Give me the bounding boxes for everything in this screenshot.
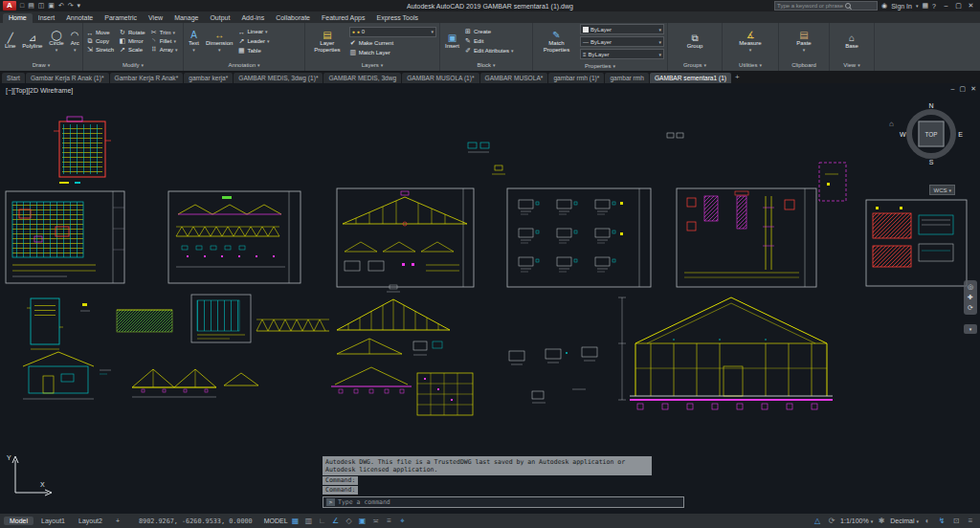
search-input[interactable]: Type a keyword or phrase bbox=[774, 1, 878, 11]
file-tab[interactable]: Gambar Kerja R Anak (1)* bbox=[26, 73, 109, 83]
undo-icon[interactable]: ↶ bbox=[57, 2, 65, 9]
sheet-frame-3-trusses[interactable] bbox=[337, 188, 474, 287]
clean-screen-icon[interactable]: ⊡ bbox=[950, 517, 962, 525]
units-button[interactable]: Decimal ▾ bbox=[890, 517, 919, 524]
create-block-button[interactable]: ⊞Create bbox=[464, 28, 514, 35]
tab-view[interactable]: View bbox=[143, 13, 168, 23]
new-file-icon[interactable]: □ bbox=[19, 2, 25, 9]
model-space-viewport[interactable]: [−][Top][2D Wireframe] – ▢ ✕ bbox=[0, 83, 980, 514]
arc-button[interactable]: ◠ Arc ▾ bbox=[69, 30, 81, 54]
object-color-combo[interactable]: ByLayer ▾ bbox=[580, 24, 664, 34]
file-tab[interactable]: GAMBAR MUSOLA (1)* bbox=[402, 73, 479, 83]
trim-button[interactable]: ✂Trim▾ bbox=[150, 29, 178, 36]
panel-label-utilities[interactable]: Utilities ▾ bbox=[723, 59, 778, 71]
stretch-button[interactable]: ⇲Stretch bbox=[86, 46, 114, 54]
building-cross-section[interactable] bbox=[618, 297, 833, 409]
polar-toggle-icon[interactable]: ∠ bbox=[330, 517, 342, 525]
panel-label-groups[interactable]: Groups ▾ bbox=[668, 59, 722, 71]
leader-button[interactable]: ↗Leader▾ bbox=[237, 37, 269, 45]
layer-properties-button[interactable]: ▤ Layer Properties bbox=[308, 30, 346, 54]
tab-featured-apps[interactable]: Featured Apps bbox=[316, 13, 371, 23]
sign-in-caret-icon[interactable]: ▾ bbox=[916, 3, 919, 9]
viewcube-south[interactable]: S bbox=[929, 159, 934, 165]
application-menu-button[interactable]: A bbox=[3, 1, 16, 11]
magenta-dashed-detail[interactable] bbox=[819, 163, 846, 201]
panel-label-layers[interactable]: Layers ▾ bbox=[305, 59, 439, 71]
file-tab[interactable]: GAMBAR MEDIS, 3dwg bbox=[323, 73, 401, 83]
linear-button[interactable]: ↔Linear▾ bbox=[237, 29, 269, 35]
open-file-icon[interactable]: ▤ bbox=[27, 2, 35, 9]
layout2-tab[interactable]: Layout2 bbox=[73, 517, 108, 525]
insert-block-button[interactable]: ▣ Insert bbox=[443, 33, 461, 50]
tab-parametric[interactable]: Parametric bbox=[99, 13, 143, 23]
wcs-menu[interactable]: WCS ▾ bbox=[929, 185, 955, 195]
tab-annotate[interactable]: Annotate bbox=[60, 13, 99, 23]
sign-in-button[interactable]: Sign In bbox=[891, 3, 912, 10]
file-tab[interactable]: gambar rmh (1)* bbox=[548, 73, 604, 83]
viewcube-west[interactable]: W bbox=[900, 131, 906, 138]
close-button[interactable]: ✕ bbox=[965, 2, 977, 10]
dimension-button[interactable]: ↔ Dimension ▾ bbox=[204, 30, 234, 54]
tab-express-tools[interactable]: Express Tools bbox=[371, 13, 424, 23]
model-tab[interactable]: Model bbox=[4, 517, 33, 525]
doc-restore-button[interactable]: ▢ bbox=[960, 85, 967, 93]
viewcube[interactable]: ⌂ N E S W TOP bbox=[902, 104, 961, 164]
snap-toggle-icon[interactable]: ▥ bbox=[303, 517, 315, 525]
viewcube-home-icon[interactable]: ⌂ bbox=[889, 120, 894, 128]
plan-drawing-topleft[interactable] bbox=[54, 117, 111, 184]
annotation-visibility-icon[interactable]: △ bbox=[812, 517, 823, 525]
sheet-frame-2[interactable] bbox=[168, 191, 301, 283]
ortho-toggle-icon[interactable]: ∟ bbox=[317, 517, 328, 525]
graphics-performance-icon[interactable]: ↯ bbox=[936, 517, 947, 525]
customization-icon[interactable]: ≡ bbox=[965, 517, 976, 525]
file-tab[interactable]: GAMBAR MUSOLA* bbox=[480, 73, 548, 83]
line-button[interactable]: ╱ Line bbox=[3, 33, 17, 50]
scale-button[interactable]: ↗Scale bbox=[119, 46, 145, 54]
viewcube-east[interactable]: E bbox=[958, 131, 963, 138]
viewcube-north[interactable]: N bbox=[928, 102, 933, 109]
sheet-frame-1[interactable] bbox=[6, 191, 124, 283]
otrack-toggle-icon[interactable]: ≍ bbox=[370, 517, 382, 525]
hatch-block[interactable] bbox=[117, 310, 172, 332]
panel-label-properties[interactable]: Properties ▾ bbox=[533, 60, 667, 71]
minimize-button[interactable]: – bbox=[940, 2, 952, 10]
file-tab[interactable]: Gambar Kerja R Anak* bbox=[110, 73, 184, 83]
doc-minimize-button[interactable]: – bbox=[951, 85, 955, 93]
grid-toggle-icon[interactable]: ▦ bbox=[290, 517, 301, 525]
joint-details[interactable] bbox=[509, 347, 597, 403]
panel-label-block[interactable]: Block ▾ bbox=[440, 59, 532, 71]
layer-select-combo[interactable]: ● ● 0 ▾ bbox=[349, 27, 436, 37]
isodraft-toggle-icon[interactable]: ◇ bbox=[344, 517, 355, 525]
command-input[interactable]: > Type a command bbox=[323, 496, 684, 508]
panel-label-annotation[interactable]: Annotation ▾ bbox=[184, 59, 304, 71]
panel-label-view[interactable]: View ▾ bbox=[830, 59, 874, 71]
layout1-tab[interactable]: Layout1 bbox=[35, 517, 71, 525]
copy-button[interactable]: ⧉Copy bbox=[86, 37, 114, 45]
file-tab-active[interactable]: GAMBAR sementara1 (1) bbox=[650, 73, 731, 83]
viewcube-top-face[interactable]: TOP bbox=[919, 121, 945, 147]
annotation-scale-button[interactable]: 1:1/100% ▾ bbox=[840, 517, 873, 524]
doc-close-button[interactable]: ✕ bbox=[970, 85, 976, 93]
autoscale-icon[interactable]: ⟳ bbox=[826, 517, 837, 525]
new-layout-button[interactable]: + bbox=[110, 517, 125, 525]
move-button[interactable]: ↔Move bbox=[86, 29, 114, 36]
orbit-icon[interactable]: ⟳ bbox=[968, 304, 973, 312]
tab-add-ins[interactable]: Add-ins bbox=[235, 13, 270, 23]
lineweight-combo[interactable]: ≡ ByLayer ▾ bbox=[580, 49, 664, 59]
panel-label-clipboard[interactable]: Clipboard bbox=[779, 59, 829, 71]
detail-column-section[interactable] bbox=[27, 298, 90, 349]
text-button[interactable]: A Text ▾ bbox=[187, 30, 201, 54]
match-properties-button[interactable]: ✎ Match Properties bbox=[536, 30, 577, 54]
mirror-button[interactable]: ◧Mirror bbox=[119, 37, 145, 45]
redo-icon[interactable]: ↷ bbox=[67, 2, 75, 9]
tab-insert[interactable]: Insert bbox=[33, 13, 61, 23]
cad-drawing-canvas[interactable] bbox=[0, 83, 980, 514]
make-current-button[interactable]: ✔Make Current bbox=[349, 39, 436, 47]
edit-block-button[interactable]: ✎Edit bbox=[464, 37, 514, 45]
tab-collaborate[interactable]: Collaborate bbox=[270, 13, 316, 23]
app-store-icon[interactable]: ▦ bbox=[922, 2, 928, 10]
navigation-bar-caret[interactable]: ▾ bbox=[964, 324, 977, 334]
sheet-frame-5-columns[interactable] bbox=[677, 188, 816, 287]
rotate-button[interactable]: ↻Rotate bbox=[119, 29, 145, 36]
edit-attributes-button[interactable]: ✐Edit Attributes▾ bbox=[464, 47, 514, 55]
